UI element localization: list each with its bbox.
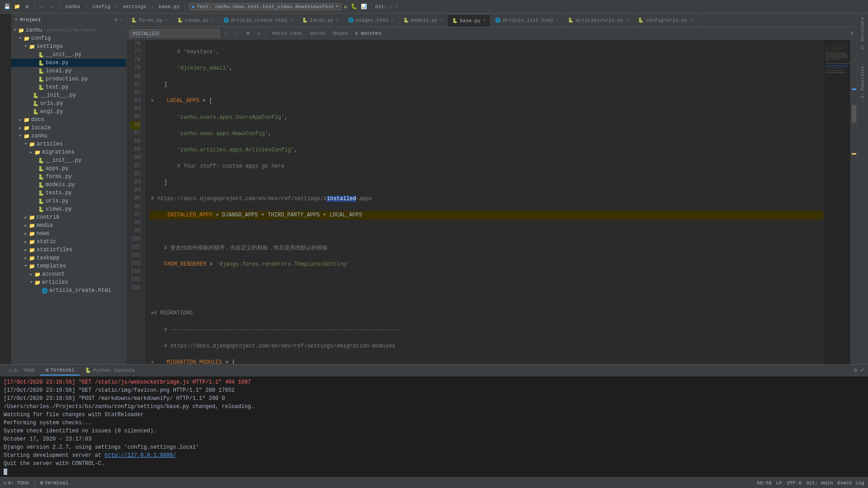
panel-settings-icon[interactable]: ⚙	[115, 17, 118, 23]
save-icon[interactable]: 💾	[4, 3, 11, 10]
todo-tab[interactable]: ☑ 6: TODO	[4, 366, 40, 375]
dev-server-link[interactable]: http://127.0.0.1:8000/	[104, 452, 176, 459]
search-close-btn[interactable]: ×	[850, 30, 854, 37]
status-terminal[interactable]: ⊞ Terminal	[40, 480, 68, 486]
tree-item-articles-tests[interactable]: 🐍 tests.py	[11, 189, 126, 197]
fold-arrow-95[interactable]: ▼	[151, 360, 154, 364]
tree-item-static[interactable]: ▶ 📁 static	[11, 238, 126, 246]
search-expand-btn[interactable]: ≡	[254, 29, 263, 38]
tab-close-icon[interactable]: ×	[690, 18, 693, 23]
code-editor[interactable]: 76 77 78 79 80 81 82 83 84 85 86 87 88 8…	[127, 40, 823, 364]
tab-article-create-html[interactable]: 🌐 article_create.html ×	[219, 14, 297, 27]
python-console-tab[interactable]: 🐍 Python Console	[80, 366, 140, 375]
tab-config-urls-py[interactable]: 🐍 config/urls.py ×	[633, 14, 697, 27]
tab-close-icon[interactable]: ×	[290, 18, 292, 23]
status-encoding[interactable]: UTF-8	[787, 480, 802, 486]
structure-tab[interactable]: 2: Structure	[859, 14, 866, 53]
tree-item-taskapp[interactable]: ▶ 📁 taskapp	[11, 254, 126, 262]
terminal-content[interactable]: [17/Oct/2020 23:16:56] "GET /static/js/w…	[0, 376, 868, 477]
tree-item-config[interactable]: ▼ 📁 config	[11, 34, 126, 42]
coverage-icon[interactable]: 📊	[360, 3, 368, 10]
run-config-dropdown[interactable]: ▼	[336, 5, 338, 9]
tree-item-templates[interactable]: ▼ 📁 templates	[11, 262, 126, 270]
tree-item-account[interactable]: ▶ 📁 account	[11, 270, 126, 278]
tree-item-docs[interactable]: ▶ 📁 docs	[11, 116, 126, 124]
favorites-tab[interactable]: 3: Favorites	[859, 62, 866, 102]
tab-articles-urls-py[interactable]: 🐍 articles/urls.py ×	[563, 14, 633, 27]
tree-item-zanhu-root[interactable]: ▼ 📁 zanhu ~/Projects/bs/zanhu	[11, 26, 126, 34]
tree-item-articles-init[interactable]: 🐍 __init__.py	[11, 156, 126, 164]
tree-item-articles-models[interactable]: 🐍 models.py	[11, 181, 126, 189]
tree-item-production-py[interactable]: 🐍 production.py	[11, 75, 126, 83]
tab-close-icon[interactable]: ×	[165, 18, 168, 23]
regex-option[interactable]: Regex	[330, 29, 351, 38]
tree-item-urls-py[interactable]: 🐍 urls.py	[11, 99, 126, 108]
tree-item-templates-articles[interactable]: ▼ 📁 articles	[11, 278, 126, 286]
run-config-box[interactable]: ▶ Test: zanhu.news.test.test_views.NewsV…	[189, 3, 341, 10]
tree-item-migrations[interactable]: ▶ 📁 migrations	[11, 148, 126, 156]
panel-collapse-btn[interactable]: –	[119, 17, 123, 23]
tab-close-icon[interactable]: ×	[483, 18, 486, 23]
tab-close-icon[interactable]: ×	[440, 18, 443, 23]
terminal-expand-icon[interactable]: ⤢	[860, 367, 864, 374]
search-prev-btn[interactable]: ↑	[222, 29, 231, 38]
tab-article-list-html[interactable]: 🌐 article_list.html ×	[491, 14, 563, 27]
scroll-thumb[interactable]	[852, 105, 856, 123]
tab-close-icon[interactable]: ×	[626, 18, 628, 23]
debug-button[interactable]: 🐛	[351, 3, 358, 10]
tree-item-init-settings[interactable]: 🐍 __init__.py	[11, 51, 126, 59]
tree-item-locale[interactable]: ▶ 📁 locale	[11, 124, 126, 132]
search-input[interactable]	[129, 29, 220, 38]
tree-item-zanhu[interactable]: ▼ 📁 zanhu	[11, 132, 126, 140]
tab-close-icon[interactable]: ×	[391, 18, 394, 23]
breadcrumb-config[interactable]: config	[92, 4, 110, 9]
forward-icon[interactable]: →	[48, 3, 56, 10]
open-icon[interactable]: 📁	[14, 3, 21, 10]
status-todo[interactable]: ☑ 6: TODO	[4, 480, 29, 486]
tab-models-py[interactable]: 🐍 models.py ×	[399, 14, 448, 27]
breadcrumb-file[interactable]: base.py	[159, 4, 179, 9]
panel-collapse-icon[interactable]: ▼	[15, 18, 17, 22]
back-icon[interactable]: ←	[38, 3, 46, 10]
tab-close-icon[interactable]: ×	[211, 18, 214, 23]
tree-item-contrib[interactable]: ▶ 📁 contrib	[11, 213, 126, 221]
run-button[interactable]: ▶	[344, 3, 348, 10]
code-content[interactable]: # 'haystack', 'djcelery_email', ] ▼ LOCA…	[145, 40, 823, 364]
tree-item-articles-forms[interactable]: 🐍 forms.py	[11, 173, 126, 181]
tree-item-test-py[interactable]: 🐍 test.py	[11, 83, 126, 91]
tab-close-icon[interactable]: ×	[336, 18, 339, 23]
terminal-settings-icon[interactable]: ⚙	[854, 367, 857, 374]
status-event-log[interactable]: Event Log	[838, 480, 864, 486]
fold-arrow-86[interactable]	[151, 213, 154, 218]
settings-icon[interactable]: ⚙	[24, 3, 31, 10]
tab-close-icon[interactable]: ×	[556, 18, 558, 23]
breadcrumb-zanhu[interactable]: zanhu	[65, 4, 80, 9]
tree-item-local-py[interactable]: 🐍 local.py	[11, 67, 126, 75]
words-option[interactable]: Words	[307, 29, 328, 38]
match-case-option[interactable]: Match Case	[269, 29, 305, 38]
tree-item-articles-urls[interactable]: 🐍 urls.py	[11, 197, 126, 205]
tree-item-config-init[interactable]: 🐍 __init__.py	[11, 91, 126, 99]
tab-base-py[interactable]: 🐍 base.py ×	[448, 14, 491, 27]
breadcrumb-settings[interactable]: settings	[123, 4, 146, 9]
tab-forms-py[interactable]: 🐍 forms.py ×	[127, 14, 173, 27]
tree-item-articles-views[interactable]: 🐍 views.py	[11, 205, 126, 213]
search-filter-btn[interactable]: ⊕	[243, 29, 252, 38]
tree-item-base-py[interactable]: 🐍 base.py	[11, 59, 126, 67]
tab-views-py[interactable]: 🐍 views.py ×	[173, 14, 219, 27]
tree-item-media[interactable]: ▶ 📁 media	[11, 221, 126, 230]
terminal-tab[interactable]: ⊞ Terminal	[40, 365, 80, 375]
tree-item-staticfiles[interactable]: ▶ 📁 staticfiles	[11, 246, 126, 254]
status-git[interactable]: Git: main	[806, 480, 833, 486]
tree-item-articles-apps[interactable]: 🐍 apps.py	[11, 164, 126, 173]
tree-item-news[interactable]: ▶ 📁 news	[11, 230, 126, 238]
tab-local-py[interactable]: 🐍 local.py ×	[297, 14, 344, 27]
search-next-btn[interactable]: ↓	[232, 29, 241, 38]
status-line-ending[interactable]: LF	[776, 480, 782, 486]
tree-item-article-create-html[interactable]: 🌐 article_create.html	[11, 286, 126, 295]
tree-item-settings[interactable]: ▼ 📁 settings	[11, 42, 126, 51]
tree-item-wsgi-py[interactable]: 🐍 wsgi.py	[11, 108, 126, 116]
tree-item-articles[interactable]: ▼ 📁 articles	[11, 140, 126, 148]
tab-widget-html[interactable]: 🌐 widget.html ×	[344, 14, 399, 27]
fold-arrow-79[interactable]: ▼	[151, 99, 154, 103]
